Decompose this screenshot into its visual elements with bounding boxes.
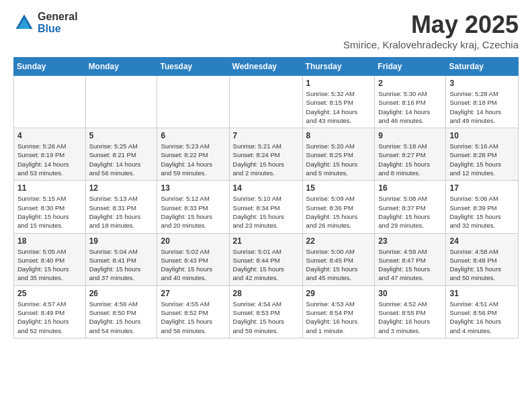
day-number: 22: [306, 236, 371, 246]
calendar-cell: 3Sunrise: 5:28 AM Sunset: 8:18 PM Daylig…: [446, 76, 519, 128]
day-number: 6: [161, 131, 225, 140]
day-number: 29: [306, 289, 371, 298]
calendar-cell: 6Sunrise: 5:23 AM Sunset: 8:22 PM Daylig…: [157, 128, 229, 181]
calendar-cell: 28Sunrise: 4:54 AM Sunset: 8:53 PM Dayli…: [229, 285, 302, 338]
day-number: 9: [378, 131, 442, 140]
calendar-cell: 1Sunrise: 5:32 AM Sunset: 8:15 PM Daylig…: [302, 76, 375, 128]
day-info: Sunrise: 5:04 AM Sunset: 8:41 PM Dayligh…: [89, 247, 154, 283]
day-number: 28: [233, 289, 299, 298]
calendar-cell: 11Sunrise: 5:15 AM Sunset: 8:30 PM Dayli…: [14, 181, 86, 233]
page-header: General Blue May 2025 Smirice, Kralovehr…: [13, 11, 519, 50]
day-info: Sunrise: 4:53 AM Sunset: 8:54 PM Dayligh…: [306, 300, 371, 335]
week-row-2: 4Sunrise: 5:26 AM Sunset: 8:19 PM Daylig…: [14, 128, 519, 181]
calendar-cell: 21Sunrise: 5:01 AM Sunset: 8:44 PM Dayli…: [229, 233, 302, 285]
day-number: 1: [306, 79, 371, 88]
day-info: Sunrise: 5:26 AM Sunset: 8:19 PM Dayligh…: [17, 142, 82, 177]
day-info: Sunrise: 5:15 AM Sunset: 8:30 PM Dayligh…: [17, 194, 82, 230]
calendar-cell: 22Sunrise: 5:00 AM Sunset: 8:45 PM Dayli…: [302, 233, 375, 285]
day-info: Sunrise: 5:08 AM Sunset: 8:37 PM Dayligh…: [378, 194, 442, 230]
header-sunday: Sunday: [14, 58, 86, 76]
calendar-cell: 14Sunrise: 5:10 AM Sunset: 8:34 PM Dayli…: [229, 181, 302, 233]
calendar-cell: [229, 76, 302, 128]
day-number: 30: [378, 289, 442, 298]
day-number: 17: [449, 183, 515, 193]
calendar-cell: [14, 76, 86, 128]
calendar-table: SundayMondayTuesdayWednesdayThursdayFrid…: [13, 57, 519, 338]
day-info: Sunrise: 4:51 AM Sunset: 8:56 PM Dayligh…: [449, 300, 515, 335]
calendar-cell: 16Sunrise: 5:08 AM Sunset: 8:37 PM Dayli…: [375, 181, 446, 233]
day-number: 26: [89, 289, 154, 298]
day-number: 24: [449, 236, 515, 246]
day-number: 25: [17, 289, 82, 298]
day-number: 10: [449, 131, 515, 140]
day-info: Sunrise: 5:30 AM Sunset: 8:16 PM Dayligh…: [378, 89, 442, 125]
calendar-cell: 15Sunrise: 5:09 AM Sunset: 8:36 PM Dayli…: [302, 181, 375, 233]
calendar-cell: 7Sunrise: 5:21 AM Sunset: 8:24 PM Daylig…: [229, 128, 302, 181]
day-number: 15: [306, 183, 371, 193]
day-info: Sunrise: 5:20 AM Sunset: 8:25 PM Dayligh…: [306, 142, 371, 177]
day-info: Sunrise: 5:18 AM Sunset: 8:27 PM Dayligh…: [378, 142, 442, 177]
calendar-body: 1Sunrise: 5:32 AM Sunset: 8:15 PM Daylig…: [14, 76, 519, 338]
logo: General Blue: [13, 11, 78, 34]
day-number: 14: [233, 183, 299, 193]
day-info: Sunrise: 5:25 AM Sunset: 8:21 PM Dayligh…: [89, 142, 154, 177]
logo-blue-text: Blue: [38, 23, 78, 35]
day-info: Sunrise: 5:01 AM Sunset: 8:44 PM Dayligh…: [233, 247, 299, 283]
day-info: Sunrise: 5:12 AM Sunset: 8:33 PM Dayligh…: [161, 194, 225, 230]
calendar-cell: [157, 76, 229, 128]
header-saturday: Saturday: [446, 58, 519, 76]
day-info: Sunrise: 4:59 AM Sunset: 8:47 PM Dayligh…: [378, 247, 442, 283]
calendar-cell: 10Sunrise: 5:16 AM Sunset: 8:28 PM Dayli…: [446, 128, 519, 181]
calendar-cell: 13Sunrise: 5:12 AM Sunset: 8:33 PM Dayli…: [157, 181, 229, 233]
calendar-cell: [85, 76, 157, 128]
day-number: 2: [378, 79, 442, 88]
calendar-cell: 4Sunrise: 5:26 AM Sunset: 8:19 PM Daylig…: [14, 128, 86, 181]
calendar-cell: 12Sunrise: 5:13 AM Sunset: 8:31 PM Dayli…: [85, 181, 157, 233]
day-number: 7: [233, 131, 299, 140]
day-number: 4: [17, 131, 82, 140]
day-number: 11: [17, 183, 82, 193]
week-row-3: 11Sunrise: 5:15 AM Sunset: 8:30 PM Dayli…: [14, 181, 519, 233]
location-subtitle: Smirice, Kralovehradecky kraj, Czechia: [343, 39, 519, 50]
day-number: 13: [161, 183, 225, 193]
day-info: Sunrise: 5:00 AM Sunset: 8:45 PM Dayligh…: [306, 247, 371, 283]
day-info: Sunrise: 4:58 AM Sunset: 8:48 PM Dayligh…: [449, 247, 515, 283]
header-friday: Friday: [375, 58, 446, 76]
header-monday: Monday: [85, 58, 157, 76]
day-number: 27: [161, 289, 225, 298]
calendar-cell: 8Sunrise: 5:20 AM Sunset: 8:25 PM Daylig…: [302, 128, 375, 181]
day-info: Sunrise: 4:56 AM Sunset: 8:50 PM Dayligh…: [89, 300, 154, 335]
day-info: Sunrise: 5:13 AM Sunset: 8:31 PM Dayligh…: [89, 194, 154, 230]
day-info: Sunrise: 5:09 AM Sunset: 8:36 PM Dayligh…: [306, 194, 371, 230]
day-number: 8: [306, 131, 371, 140]
day-info: Sunrise: 5:02 AM Sunset: 8:43 PM Dayligh…: [161, 247, 225, 283]
calendar-cell: 5Sunrise: 5:25 AM Sunset: 8:21 PM Daylig…: [85, 128, 157, 181]
week-row-4: 18Sunrise: 5:05 AM Sunset: 8:40 PM Dayli…: [14, 233, 519, 285]
day-info: Sunrise: 5:10 AM Sunset: 8:34 PM Dayligh…: [233, 194, 299, 230]
calendar-cell: 17Sunrise: 5:06 AM Sunset: 8:39 PM Dayli…: [446, 181, 519, 233]
calendar-cell: 29Sunrise: 4:53 AM Sunset: 8:54 PM Dayli…: [302, 285, 375, 338]
calendar-cell: 20Sunrise: 5:02 AM Sunset: 8:43 PM Dayli…: [157, 233, 229, 285]
day-number: 23: [378, 236, 442, 246]
calendar-cell: 23Sunrise: 4:59 AM Sunset: 8:47 PM Dayli…: [375, 233, 446, 285]
logo-text: General Blue: [38, 11, 78, 34]
day-info: Sunrise: 4:55 AM Sunset: 8:52 PM Dayligh…: [161, 300, 225, 335]
day-info: Sunrise: 4:52 AM Sunset: 8:55 PM Dayligh…: [378, 300, 442, 335]
calendar-cell: 9Sunrise: 5:18 AM Sunset: 8:27 PM Daylig…: [375, 128, 446, 181]
title-section: May 2025 Smirice, Kralovehradecky kraj, …: [343, 11, 519, 50]
header-wednesday: Wednesday: [229, 58, 302, 76]
day-info: Sunrise: 5:28 AM Sunset: 8:18 PM Dayligh…: [449, 89, 515, 125]
month-year-title: May 2025: [343, 11, 519, 39]
calendar-cell: 30Sunrise: 4:52 AM Sunset: 8:55 PM Dayli…: [375, 285, 446, 338]
calendar-cell: 2Sunrise: 5:30 AM Sunset: 8:16 PM Daylig…: [375, 76, 446, 128]
day-number: 5: [89, 131, 154, 140]
header-tuesday: Tuesday: [157, 58, 229, 76]
day-info: Sunrise: 4:57 AM Sunset: 8:49 PM Dayligh…: [17, 300, 82, 335]
week-row-5: 25Sunrise: 4:57 AM Sunset: 8:49 PM Dayli…: [14, 285, 519, 338]
day-info: Sunrise: 5:32 AM Sunset: 8:15 PM Dayligh…: [306, 89, 371, 125]
calendar-cell: 26Sunrise: 4:56 AM Sunset: 8:50 PM Dayli…: [85, 285, 157, 338]
day-info: Sunrise: 5:16 AM Sunset: 8:28 PM Dayligh…: [449, 142, 515, 177]
day-number: 21: [233, 236, 299, 246]
day-info: Sunrise: 5:21 AM Sunset: 8:24 PM Dayligh…: [233, 142, 299, 177]
calendar-cell: 18Sunrise: 5:05 AM Sunset: 8:40 PM Dayli…: [14, 233, 86, 285]
